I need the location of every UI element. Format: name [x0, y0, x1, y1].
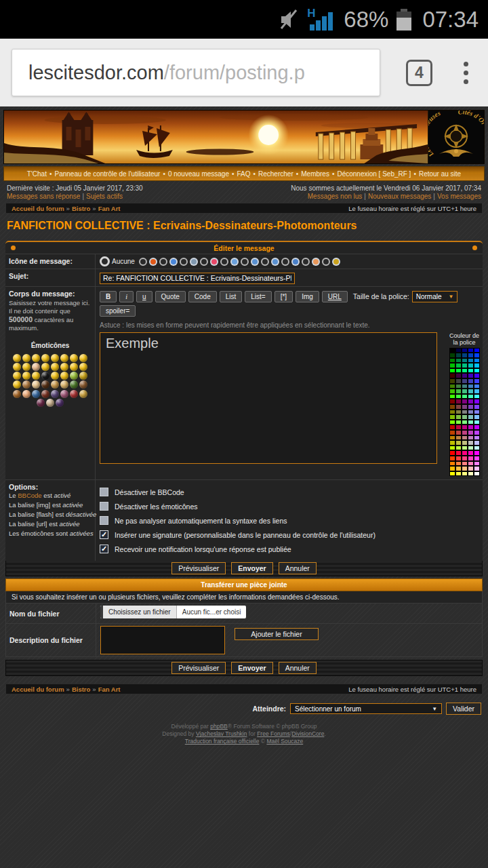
palette-color-swatch[interactable] [455, 404, 462, 410]
palette-color-swatch[interactable] [455, 399, 462, 404]
palette-color-swatch[interactable] [462, 353, 468, 358]
palette-color-swatch[interactable] [455, 435, 462, 441]
bbcode-code-button[interactable]: Code [188, 291, 217, 302]
cancel-button[interactable]: Annuler [279, 562, 317, 574]
palette-color-swatch[interactable] [449, 358, 455, 363]
palette-color-swatch[interactable] [455, 378, 462, 384]
palette-color-swatch[interactable] [455, 394, 462, 399]
emoticon[interactable] [46, 399, 54, 407]
emoticon[interactable] [32, 363, 40, 371]
file-description-textarea[interactable] [100, 626, 225, 654]
emoticon[interactable] [32, 380, 40, 389]
emoticon[interactable] [70, 354, 78, 362]
checkbox[interactable]: ✓ [100, 545, 108, 553]
emoticon[interactable] [79, 390, 87, 398]
message-icon-radio[interactable] [220, 258, 228, 266]
credits-link[interactable]: Free Forums [257, 730, 290, 737]
credits-link[interactable]: Maël Soucaze [266, 738, 303, 745]
emoticon[interactable] [22, 390, 30, 398]
browser-menu-button[interactable] [464, 62, 468, 84]
palette-color-swatch[interactable] [449, 461, 455, 467]
palette-color-swatch[interactable] [449, 404, 455, 410]
submit-button-bottom[interactable]: Envoyer [231, 662, 272, 674]
emoticon[interactable] [22, 372, 30, 380]
emoticon[interactable] [60, 372, 68, 380]
palette-color-swatch[interactable] [474, 373, 480, 378]
subject-input[interactable] [100, 273, 295, 284]
emoticon[interactable] [22, 354, 30, 362]
submit-button[interactable]: Envoyer [231, 562, 272, 574]
palette-color-swatch[interactable] [449, 450, 455, 456]
palette-color-swatch[interactable] [474, 368, 480, 374]
palette-color-swatch[interactable] [474, 420, 480, 425]
choose-file-button[interactable]: Choisissez un fichier [103, 606, 177, 618]
breadcrumb-link[interactable]: Fan Art [98, 205, 121, 212]
palette-color-swatch[interactable] [455, 363, 462, 368]
palette-color-swatch[interactable] [455, 389, 462, 394]
emoticon[interactable] [51, 363, 59, 371]
palette-color-swatch[interactable] [462, 384, 468, 389]
palette-color-swatch[interactable] [455, 353, 462, 358]
emoticon[interactable] [70, 380, 78, 389]
palette-color-swatch[interactable] [468, 420, 474, 425]
palette-color-swatch[interactable] [474, 450, 480, 456]
palette-color-swatch[interactable] [449, 389, 455, 394]
emoticon[interactable] [56, 399, 64, 407]
palette-color-swatch[interactable] [449, 435, 455, 441]
palette-color-swatch[interactable] [474, 414, 480, 420]
palette-color-swatch[interactable] [468, 456, 474, 461]
checkbox[interactable] [100, 488, 108, 496]
emoticon[interactable] [60, 380, 68, 389]
palette-color-swatch[interactable] [455, 461, 462, 467]
emoticon[interactable] [60, 354, 68, 362]
breadcrumb-link[interactable]: Bistro [72, 205, 90, 212]
emoticon[interactable] [22, 380, 30, 389]
palette-color-swatch[interactable] [474, 435, 480, 441]
quick-link[interactable]: Messages non lus [308, 193, 363, 200]
quick-link[interactable]: Messages sans réponse [7, 193, 80, 200]
palette-color-swatch[interactable] [474, 363, 480, 368]
nav-link[interactable]: Panneau de contrôle de l'utilisateur [54, 170, 160, 178]
bbcode-list-button[interactable]: List [220, 291, 243, 302]
checkbox[interactable]: ✓ [100, 530, 108, 539]
bbcode-u-button[interactable]: u [136, 291, 152, 302]
nav-link[interactable]: Déconnexion [ Seb_RF ] [337, 170, 411, 178]
palette-color-swatch[interactable] [455, 368, 462, 374]
quick-link[interactable]: Nouveaux messages [368, 193, 431, 200]
palette-color-swatch[interactable] [462, 466, 468, 471]
emoticon[interactable] [41, 380, 49, 389]
palette-color-swatch[interactable] [462, 404, 468, 410]
palette-color-swatch[interactable] [462, 461, 468, 467]
palette-color-swatch[interactable] [468, 384, 474, 389]
palette-color-swatch[interactable] [449, 394, 455, 399]
palette-color-swatch[interactable] [474, 466, 480, 471]
palette-color-swatch[interactable] [462, 378, 468, 384]
message-icon-radio[interactable] [241, 258, 249, 266]
bbcode-quote-button[interactable]: Quote [155, 291, 186, 302]
emoticon[interactable] [41, 363, 49, 371]
palette-color-swatch[interactable] [468, 368, 474, 374]
palette-color-swatch[interactable] [455, 414, 462, 420]
palette-color-swatch[interactable] [468, 378, 474, 384]
palette-color-swatch[interactable] [474, 440, 480, 446]
palette-color-swatch[interactable] [462, 446, 468, 451]
message-icon-radio[interactable] [139, 258, 147, 266]
palette-color-swatch[interactable] [449, 420, 455, 425]
palette-color-swatch[interactable] [455, 466, 462, 471]
emoticon[interactable] [79, 380, 87, 389]
palette-color-swatch[interactable] [462, 435, 468, 441]
emoticon[interactable] [70, 390, 78, 398]
emoticon[interactable] [60, 390, 68, 398]
credits-link[interactable]: Vjacheslav Trushkin [196, 730, 247, 737]
palette-color-swatch[interactable] [449, 368, 455, 374]
palette-color-swatch[interactable] [449, 384, 455, 389]
emoticon[interactable] [13, 390, 21, 398]
palette-color-swatch[interactable] [455, 450, 462, 456]
emoticon[interactable] [51, 372, 59, 380]
palette-color-swatch[interactable] [455, 430, 462, 435]
icon-none-radio[interactable] [100, 256, 110, 267]
emoticon[interactable] [13, 363, 21, 371]
message-icon-radio[interactable] [281, 258, 289, 266]
palette-color-swatch[interactable] [449, 399, 455, 404]
nav-link[interactable]: Membres [301, 170, 329, 178]
